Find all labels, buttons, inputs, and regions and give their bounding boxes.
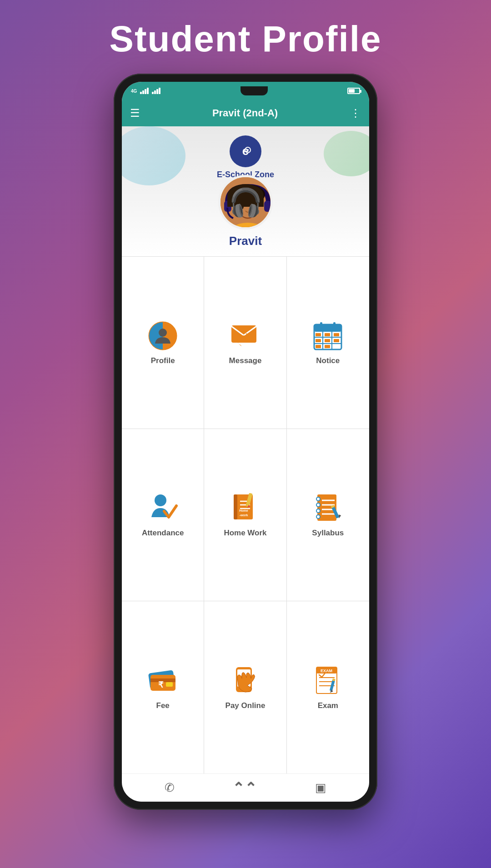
- signal-bar-4: [147, 88, 149, 94]
- bottom-navigation-bar: ✆ ⌃⌃ ▣: [122, 773, 369, 802]
- svg-point-43: [316, 515, 320, 519]
- svg-text:EXAM: EXAM: [321, 668, 332, 673]
- menu-item-fee[interactable]: ₹ Fee: [122, 601, 204, 773]
- school-logo-svg: e: [234, 140, 257, 163]
- camera-icon[interactable]: ▣: [315, 781, 326, 795]
- menu-item-notice[interactable]: Notice: [287, 257, 369, 429]
- payonline-icon: $: [229, 665, 261, 697]
- svg-point-12: [159, 329, 167, 337]
- avatar-svg: [220, 177, 271, 227]
- fee-icon: ₹: [147, 665, 179, 697]
- more-options-icon[interactable]: ⋮: [350, 107, 361, 120]
- menu-item-syllabus[interactable]: Syllabus: [287, 429, 369, 601]
- svg-point-42: [316, 509, 320, 513]
- signal-bar-3: [145, 89, 146, 94]
- menu-item-homework[interactable]: Home -work Home Work: [204, 429, 286, 601]
- profile-label: Profile: [151, 356, 175, 365]
- svg-text:-work: -work: [240, 514, 248, 517]
- menu-item-payonline[interactable]: $ Pay Online: [204, 601, 286, 773]
- student-avatar: [218, 175, 273, 229]
- menu-item-profile[interactable]: Profile: [122, 257, 204, 429]
- app-topbar: ☰ Pravit (2nd-A) ⋮: [122, 100, 369, 126]
- bg-deco-left: [122, 126, 185, 185]
- svg-point-10: [252, 204, 256, 210]
- svg-rect-16: [320, 322, 322, 329]
- exam-label: Exam: [318, 701, 338, 710]
- svg-rect-17: [333, 322, 336, 329]
- svg-rect-24: [334, 333, 339, 336]
- student-name: Pravit: [229, 234, 262, 248]
- camera-notch: [240, 86, 268, 95]
- svg-rect-25: [316, 339, 321, 342]
- svg-rect-28: [316, 345, 321, 348]
- svg-rect-29: [325, 345, 330, 348]
- exam-icon: EXAM: [312, 665, 344, 697]
- svg-point-41: [316, 503, 320, 507]
- grid-menu: Profile Message: [122, 256, 369, 773]
- svg-point-7: [230, 185, 265, 205]
- signal-bar-2: [142, 90, 144, 94]
- svg-rect-23: [325, 333, 330, 336]
- svg-rect-32: [234, 494, 237, 519]
- homework-label: Home Work: [224, 529, 266, 538]
- syllabus-label: Syllabus: [312, 529, 344, 538]
- menu-item-attendance[interactable]: Attendance: [122, 429, 204, 601]
- svg-point-30: [155, 494, 166, 506]
- svg-text:₹: ₹: [158, 680, 164, 689]
- avatar-face: [220, 177, 271, 227]
- phone-mockup: 4G ☰ Pravit: [114, 74, 377, 810]
- bg-deco-right: [324, 131, 369, 176]
- battery-fill: [349, 89, 355, 93]
- svg-rect-22: [316, 333, 321, 336]
- app-bar-title: Pravit (2nd-A): [212, 107, 278, 119]
- attendance-icon: [147, 492, 179, 524]
- svg-point-40: [316, 497, 320, 501]
- status-bar: 4G: [122, 82, 369, 100]
- signal-bar-8: [159, 88, 160, 94]
- svg-rect-15: [314, 324, 341, 332]
- menu-item-message[interactable]: Message: [204, 257, 286, 429]
- message-icon: [229, 320, 261, 352]
- up-chevron-icon[interactable]: ⌃⌃: [232, 779, 257, 797]
- homework-icon: Home -work: [229, 492, 261, 524]
- battery-indicator: [347, 88, 360, 94]
- signal-bar-1: [140, 92, 142, 94]
- message-label: Message: [229, 356, 262, 365]
- phone-screen: 4G ☰ Pravit: [122, 82, 369, 802]
- profile-section: e E-School Zone: [122, 126, 369, 256]
- menu-item-exam[interactable]: EXAM Exam: [287, 601, 369, 773]
- svg-rect-6: [264, 201, 271, 212]
- signal-bar-6: [154, 90, 156, 94]
- svg-rect-27: [334, 339, 339, 342]
- signal-bar-7: [156, 89, 158, 94]
- attendance-label: Attendance: [142, 529, 184, 538]
- svg-point-9: [239, 204, 244, 210]
- network-type: 4G: [131, 89, 137, 94]
- notice-icon: [312, 320, 344, 352]
- svg-rect-54: [166, 682, 173, 687]
- svg-point-8: [233, 192, 262, 226]
- payonline-label: Pay Online: [225, 701, 266, 710]
- school-logo: e: [230, 135, 261, 167]
- svg-rect-13: [231, 325, 256, 343]
- signal-area: 4G: [131, 88, 160, 94]
- svg-text:Home: Home: [240, 509, 249, 512]
- fee-label: Fee: [156, 701, 170, 710]
- notice-label: Notice: [316, 356, 340, 365]
- syllabus-icon: [312, 492, 344, 524]
- svg-rect-26: [325, 339, 330, 342]
- svg-point-3: [247, 149, 249, 151]
- hamburger-menu-icon[interactable]: ☰: [130, 107, 140, 120]
- phone-call-icon[interactable]: ✆: [165, 781, 175, 795]
- profile-icon: [147, 320, 179, 352]
- page-title: Student Profile: [110, 18, 382, 60]
- signal-bar-5: [152, 92, 154, 94]
